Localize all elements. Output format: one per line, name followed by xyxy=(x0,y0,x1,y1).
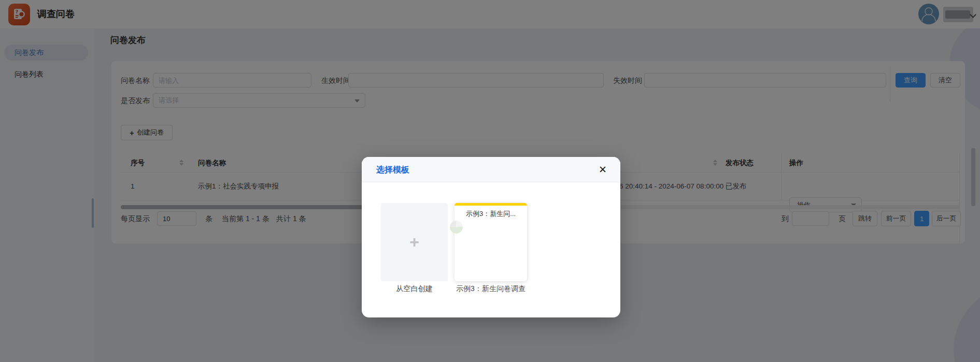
template-picker-dialog: 选择模板 ✕ + 示例3：新生问... 从空白创建 示例3：新生问卷调查 xyxy=(362,157,620,317)
dialog-title: 选择模板 xyxy=(376,157,409,182)
close-icon[interactable]: ✕ xyxy=(596,164,609,176)
template-label-sample3: 示例3：新生问卷调查 xyxy=(455,284,527,294)
plus-icon: + xyxy=(409,233,419,252)
template-card-topbar xyxy=(455,203,527,206)
template-label-blank: 从空白创建 xyxy=(381,284,448,294)
survey-app-window: ? 调查问卷 问卷发布 问卷列表 问卷发布 xyxy=(0,0,980,362)
dialog-header: 选择模板 ✕ xyxy=(362,157,620,182)
template-card-sample3[interactable]: 示例3：新生问... xyxy=(455,203,527,281)
pie-chart-thumbnail-icon xyxy=(450,221,463,234)
template-card-title: 示例3：新生问... xyxy=(455,209,527,219)
template-card-blank[interactable]: + xyxy=(381,203,448,281)
